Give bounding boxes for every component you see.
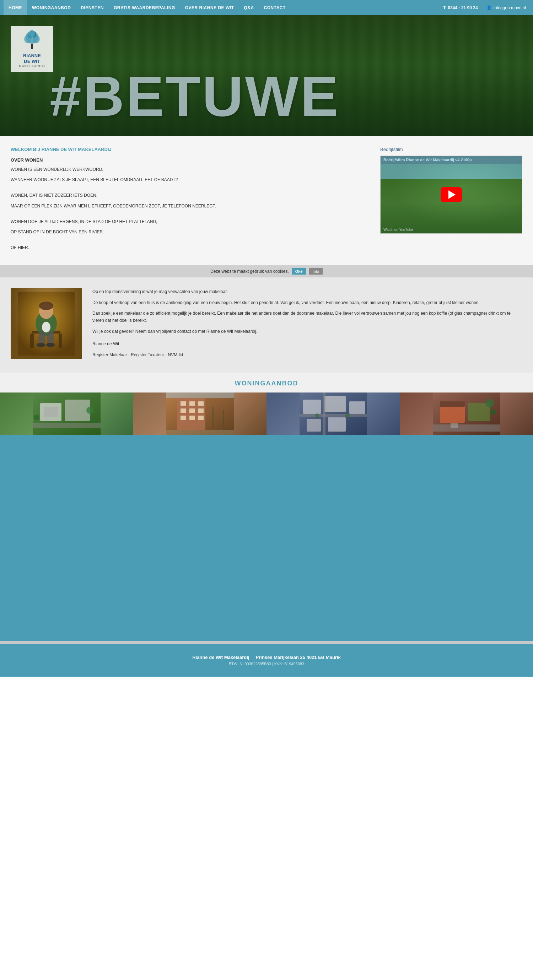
cookie-message: Deze website maakt gebruik van cookies. bbox=[210, 269, 289, 274]
prop-inner-4 bbox=[400, 393, 533, 435]
svg-rect-25 bbox=[33, 423, 100, 428]
svg-point-18 bbox=[37, 343, 45, 347]
phone-number: T: 0344 - 21 90 24 bbox=[438, 5, 482, 10]
svg-rect-38 bbox=[180, 415, 186, 420]
svg-rect-37 bbox=[198, 409, 204, 413]
svg-point-63 bbox=[485, 399, 494, 407]
svg-rect-39 bbox=[189, 415, 195, 420]
prop-inner-2 bbox=[133, 393, 266, 435]
svg-rect-35 bbox=[180, 409, 186, 413]
nav-woningaanbod[interactable]: WONINGAANBOD bbox=[27, 0, 76, 15]
svg-rect-36 bbox=[189, 409, 195, 413]
welcome-line-7: OF HIER. bbox=[11, 244, 369, 251]
footer-divider bbox=[0, 641, 533, 644]
svg-rect-34 bbox=[198, 401, 204, 406]
login-link[interactable]: 👤 Inloggen move.nl bbox=[483, 5, 530, 10]
svg-rect-62 bbox=[450, 423, 458, 428]
nav-home[interactable]: HOME bbox=[3, 0, 27, 15]
svg-rect-24 bbox=[65, 399, 90, 421]
play-icon bbox=[449, 190, 455, 199]
svg-point-27 bbox=[86, 407, 94, 414]
blue-content-section bbox=[0, 435, 533, 641]
welcome-line-1: WONEN IS EEN WONDERLIJK WERKWOORD. bbox=[11, 166, 369, 173]
svg-point-16 bbox=[38, 331, 46, 345]
nav-qa[interactable]: Q&A bbox=[239, 0, 259, 15]
bedrijfsfilm-section: Bedrijfsfilm Bedrijfsfilm Rianne de Wit … bbox=[380, 147, 522, 255]
svg-rect-41 bbox=[166, 393, 234, 398]
svg-rect-23 bbox=[44, 407, 58, 417]
property-item-3[interactable] bbox=[266, 393, 400, 435]
cookie-banner: Deze website maakt gebruik van cookies. … bbox=[0, 265, 533, 277]
video-inner bbox=[380, 156, 522, 233]
signature-title: Register Makelaar - Register Taxateur - … bbox=[92, 351, 522, 358]
navigation: HOME WONINGAANBOD DIENSTEN GRATIS WAARDE… bbox=[0, 0, 533, 15]
signature: Rianne de Wit Register Makelaar - Regist… bbox=[92, 340, 522, 358]
property-item-1[interactable] bbox=[0, 393, 133, 435]
makelaar-p2: De koop of verkoop van een huis is de aa… bbox=[92, 299, 522, 306]
makelaar-description: Op en top dienstverlening is wat je mag … bbox=[92, 288, 522, 362]
prop-inner-1 bbox=[0, 393, 133, 435]
logo-box[interactable]: RIANNEDE WIT MAKELAARDIJ bbox=[11, 26, 53, 72]
property-item-4[interactable] bbox=[400, 393, 533, 435]
property-svg-4 bbox=[433, 393, 500, 435]
nav-over[interactable]: OVER RIANNE DE WIT bbox=[180, 0, 239, 15]
svg-rect-43 bbox=[213, 407, 213, 428]
svg-rect-52 bbox=[299, 414, 367, 417]
svg-rect-3 bbox=[31, 44, 33, 49]
cookie-info-button[interactable]: Info bbox=[309, 268, 323, 275]
svg-point-55 bbox=[345, 414, 350, 418]
makelaar-section: Op en top dienstverlening is wat je mag … bbox=[0, 277, 533, 372]
logo-subtitle: MAKELAARDIJ bbox=[19, 64, 45, 68]
svg-rect-42 bbox=[166, 430, 234, 435]
property-grid bbox=[0, 393, 533, 435]
play-button[interactable] bbox=[441, 187, 462, 202]
welcome-line-2: WANNEER WOON JE? ALS JE SLAAPT, EEN SLEU… bbox=[11, 177, 369, 183]
svg-point-26 bbox=[34, 415, 40, 420]
property-item-2[interactable] bbox=[133, 393, 266, 435]
svg-point-13 bbox=[42, 322, 51, 332]
svg-rect-47 bbox=[303, 399, 321, 414]
photo-inner bbox=[11, 288, 82, 359]
video-thumbnail[interactable]: Bedrijfsfilm Rianne de Wit Makelaardij v… bbox=[380, 156, 522, 234]
prop-inner-3 bbox=[266, 393, 400, 435]
bedrijfsfilm-title: Bedrijfsfilm bbox=[380, 147, 522, 152]
hero-hashtag: #BETUWE bbox=[50, 64, 340, 129]
nav-diensten[interactable]: DIENSTEN bbox=[76, 0, 109, 15]
svg-rect-49 bbox=[349, 401, 365, 414]
logo-company-name: RIANNEDE WIT bbox=[23, 53, 41, 64]
property-svg-1 bbox=[33, 393, 100, 435]
svg-rect-33 bbox=[189, 401, 195, 406]
makelaar-p1: Op en top dienstverlening is wat je mag … bbox=[92, 288, 522, 295]
makelaar-p4: Wil je ook dat gevoel? Neem dan vrijblij… bbox=[92, 328, 522, 335]
over-wonen-heading: OVER WONEN bbox=[11, 158, 369, 163]
svg-point-15 bbox=[39, 302, 53, 310]
svg-point-6 bbox=[29, 30, 35, 37]
cookie-ok-button[interactable]: Oké bbox=[292, 268, 306, 275]
svg-rect-59 bbox=[440, 401, 465, 407]
makelaar-p3: Dan zoek je een makelaar die zo efficiën… bbox=[92, 310, 522, 324]
svg-rect-51 bbox=[328, 417, 346, 431]
welcome-text: WELKOM BIJ RIANNE DE WIT MAKELAARDIJ OVE… bbox=[11, 147, 369, 255]
video-watch-label: Watch on YouTube bbox=[383, 228, 413, 232]
footer: Rianne de Wit Makelaardij Prinses Marijk… bbox=[0, 644, 533, 677]
svg-point-54 bbox=[315, 414, 320, 418]
nav-contact[interactable]: CONTACT bbox=[259, 0, 291, 15]
logo-tree-icon bbox=[21, 30, 43, 51]
svg-rect-61 bbox=[433, 425, 500, 431]
signature-name: Rianne de Wit bbox=[92, 340, 522, 347]
svg-rect-48 bbox=[325, 396, 346, 412]
svg-rect-40 bbox=[198, 415, 204, 420]
content-section: WELKOM BIJ RIANNE DE WIT MAKELAARDIJ OVE… bbox=[0, 136, 533, 265]
property-svg-2 bbox=[166, 393, 234, 435]
footer-company: Rianne de Wit Makelaardij Prinses Marijk… bbox=[11, 655, 522, 660]
property-svg-3 bbox=[299, 393, 367, 435]
person-photo-svg bbox=[18, 292, 75, 356]
welcome-line-3: WONEN, DAT IS NIET ZOZEER IETS DOEN, bbox=[11, 192, 369, 199]
hero-section: RIANNEDE WIT MAKELAARDIJ #BETUWE bbox=[0, 15, 533, 136]
welcome-line-6: OP STAND OF IN DE BOCHT VAN EEN RIVIER. bbox=[11, 229, 369, 235]
svg-rect-44 bbox=[223, 410, 224, 430]
welcome-line-5: WONEN DOE JE ALTIJD ERGENS, IN DE STAD O… bbox=[11, 218, 369, 225]
nav-waardebepaling[interactable]: GRATIS WAARDEBEPALING bbox=[109, 0, 180, 15]
svg-rect-32 bbox=[180, 401, 186, 406]
footer-btw: BTW: NL003622895B83 | KVK: B19495383 bbox=[11, 662, 522, 666]
